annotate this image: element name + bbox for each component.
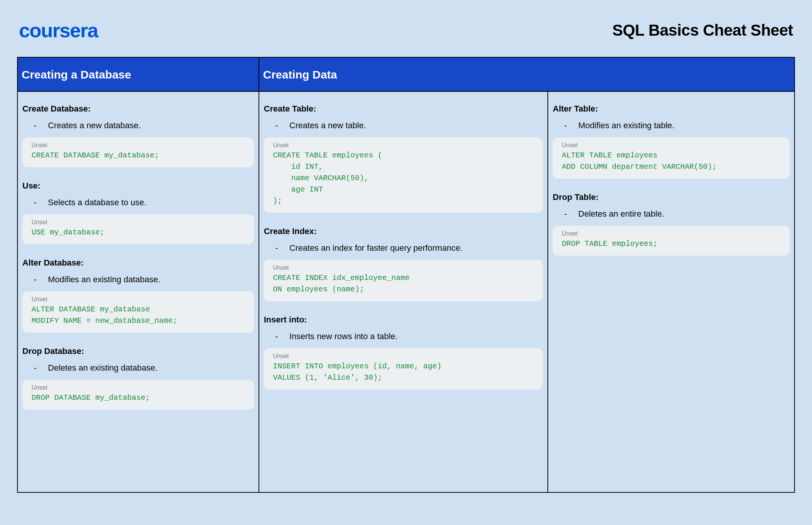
code-content: CREATE INDEX idx_employee_name ON employ… [273,272,534,295]
bullet-dash: - [275,121,278,130]
section-desc: Selects a database to use. [48,198,146,207]
bullet-dash: - [34,275,36,285]
bullet-dash: - [275,243,278,253]
desc-row: - Modifies an existing database. [34,275,254,285]
code-content: INSERT INTO employees (id, name, age) VA… [273,361,534,384]
section-desc: Creates a new database. [48,121,141,130]
section-title: Drop Database: [22,346,254,356]
column-creating-data-left: Create Table: - Creates a new table. Uns… [259,92,548,492]
code-content: ALTER TABLE employees ADD COLUMN departm… [562,150,780,173]
col-header-database: Creating a Database [18,58,259,91]
column-creating-database: Create Database: - Creates a new databas… [18,92,259,492]
code-block: Unset CREATE INDEX idx_employee_name ON … [264,260,543,301]
desc-row: - Inserts new rows into a table. [275,332,543,341]
code-block: Unset CREATE DATABASE my_database; [22,137,254,167]
code-label: Unset [562,142,780,149]
bullet-dash: - [275,332,278,341]
table-body-row: Create Database: - Creates a new databas… [18,92,794,492]
desc-row: - Deletes an existing database. [34,363,254,373]
bullet-dash: - [34,121,36,130]
desc-row: - Selects a database to use. [34,198,254,207]
section-title: Drop Table: [553,192,790,202]
section-desc: Modifies an existing table. [578,121,674,130]
section-desc: Creates a new table. [289,121,366,130]
section-desc: Inserts new rows into a table. [289,332,397,341]
section-title: Create Table: [264,104,543,114]
section-title: Create Database: [22,104,254,114]
desc-row: - Modifies an existing table. [564,121,790,130]
bullet-dash: - [564,209,567,219]
desc-row: - Creates a new database. [34,121,254,130]
desc-row: - Creates an index for faster query perf… [275,243,543,253]
bullet-dash: - [34,363,36,373]
code-block: Unset DROP DATABASE my_database; [22,380,254,410]
code-block: Unset USE my_database; [22,214,254,244]
code-label: Unset [32,219,245,226]
code-block: Unset INSERT INTO employees (id, name, a… [264,348,543,390]
col-header-data: Creating Data [259,58,794,91]
column-creating-data-right: Alter Table: - Modifies an existing tabl… [548,92,794,492]
code-content: CREATE DATABASE my_database; [32,150,245,161]
section-title: Insert into: [264,315,543,325]
code-label: Unset [562,230,780,237]
section-title: Alter Table: [553,104,790,114]
code-block: Unset ALTER DATABASE my_database MODIFY … [22,291,254,333]
bullet-dash: - [564,121,567,130]
code-block: Unset ALTER TABLE employees ADD COLUMN d… [553,137,790,179]
section-desc: Deletes an entire table. [578,209,664,219]
code-label: Unset [273,353,534,360]
table-header-row: Creating a Database Creating Data [18,58,794,92]
code-label: Unset [32,384,245,391]
bullet-dash: - [34,198,36,207]
desc-row: - Creates a new table. [275,121,543,130]
page-header: coursera SQL Basics Cheat Sheet [17,19,795,42]
section-desc: Deletes an existing database. [48,363,158,373]
code-content: DROP DATABASE my_database; [32,392,245,404]
code-content: CREATE TABLE employees ( id INT, name VA… [273,150,534,207]
code-block: Unset DROP TABLE employees; [553,226,790,256]
page-title: SQL Basics Cheat Sheet [612,21,793,39]
code-label: Unset [32,296,245,303]
code-block: Unset CREATE TABLE employees ( id INT, n… [264,137,543,213]
code-content: USE my_database; [32,227,245,238]
code-label: Unset [32,142,245,149]
code-label: Unset [273,142,534,149]
section-title: Alter Database: [22,258,254,268]
coursera-logo: coursera [19,19,98,42]
cheat-sheet-table: Creating a Database Creating Data Create… [17,57,795,493]
section-title: Create Index: [264,226,543,236]
code-label: Unset [273,264,534,271]
section-desc: Modifies an existing database. [48,275,160,285]
desc-row: - Deletes an entire table. [564,209,790,219]
section-title: Use: [22,181,254,191]
code-content: ALTER DATABASE my_database MODIFY NAME =… [32,304,245,327]
code-content: DROP TABLE employees; [562,238,780,250]
section-desc: Creates an index for faster query perfor… [289,243,462,253]
